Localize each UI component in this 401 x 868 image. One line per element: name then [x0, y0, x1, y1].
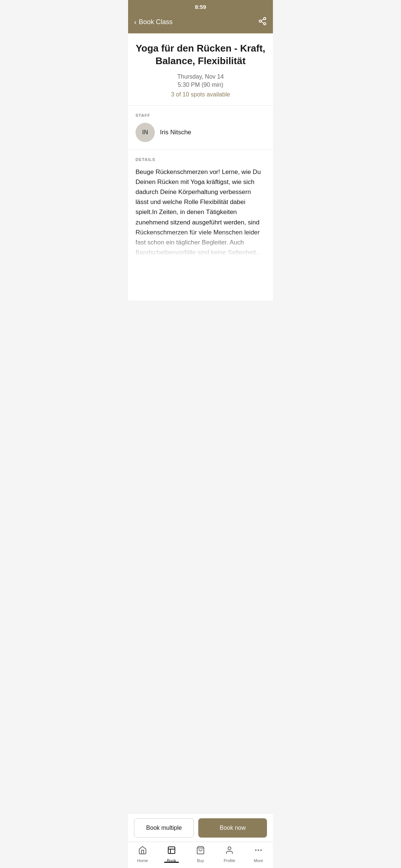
- profile-icon: [225, 846, 234, 857]
- svg-point-10: [255, 850, 256, 851]
- nav-item-profile[interactable]: Profile: [215, 846, 244, 863]
- staff-avatar: IN: [136, 123, 155, 142]
- buy-icon: [196, 846, 205, 857]
- svg-point-9: [228, 847, 231, 850]
- svg-point-12: [261, 850, 261, 851]
- more-icon: [254, 846, 263, 857]
- class-spots: 3 of 10 spots available: [136, 91, 265, 98]
- book-multiple-button[interactable]: Book multiple: [134, 818, 194, 838]
- staff-section: STAFF IN Iris Nitsche: [128, 106, 273, 150]
- class-date: Thursday, Nov 14: [136, 73, 265, 80]
- details-text: Beuge Rückenschmerzen vor! Lerne, wie Du…: [136, 167, 265, 258]
- nav-item-book[interactable]: Book: [157, 846, 186, 863]
- staff-item: IN Iris Nitsche: [136, 123, 265, 147]
- details-label: DETAILS: [136, 157, 265, 162]
- svg-point-11: [258, 850, 259, 851]
- status-bar: 8:59: [128, 0, 273, 12]
- more-label: More: [254, 858, 263, 863]
- book-now-button[interactable]: Book now: [198, 818, 267, 838]
- home-icon: [138, 846, 147, 857]
- svg-rect-5: [168, 847, 175, 854]
- svg-line-4: [261, 19, 264, 21]
- nav-item-home[interactable]: Home: [128, 846, 157, 863]
- bottom-nav: Home Book Buy Prof: [128, 842, 273, 868]
- nav-item-more[interactable]: More: [244, 846, 273, 863]
- status-time: 8:59: [195, 4, 206, 10]
- svg-line-3: [261, 22, 264, 23]
- share-icon: [258, 17, 267, 26]
- nav-bar: ‹ Book Class: [128, 12, 273, 33]
- details-section: DETAILS Beuge Rückenschmerzen vor! Lerne…: [128, 150, 273, 264]
- profile-label: Profile: [224, 858, 235, 863]
- nav-title: Book Class: [139, 18, 173, 26]
- staff-name: Iris Nitsche: [160, 129, 191, 136]
- buy-label: Buy: [197, 858, 204, 863]
- class-title: Yoga für den Rücken - Kraft, Balance, Fl…: [136, 42, 265, 68]
- home-label: Home: [137, 858, 148, 863]
- class-header: Yoga für den Rücken - Kraft, Balance, Fl…: [128, 33, 273, 106]
- share-button[interactable]: [258, 17, 267, 27]
- staff-initials: IN: [142, 129, 148, 136]
- main-content: Yoga für den Rücken - Kraft, Balance, Fl…: [128, 33, 273, 300]
- active-indicator: [164, 862, 179, 863]
- staff-label: STAFF: [136, 113, 265, 118]
- back-icon: ‹: [134, 18, 137, 26]
- class-time: 5:30 PM (90 min): [136, 82, 265, 88]
- nav-item-buy[interactable]: Buy: [186, 846, 215, 863]
- back-button[interactable]: ‹ Book Class: [134, 18, 173, 26]
- book-buttons-bar: Book multiple Book now: [128, 813, 273, 842]
- book-icon: [167, 846, 176, 857]
